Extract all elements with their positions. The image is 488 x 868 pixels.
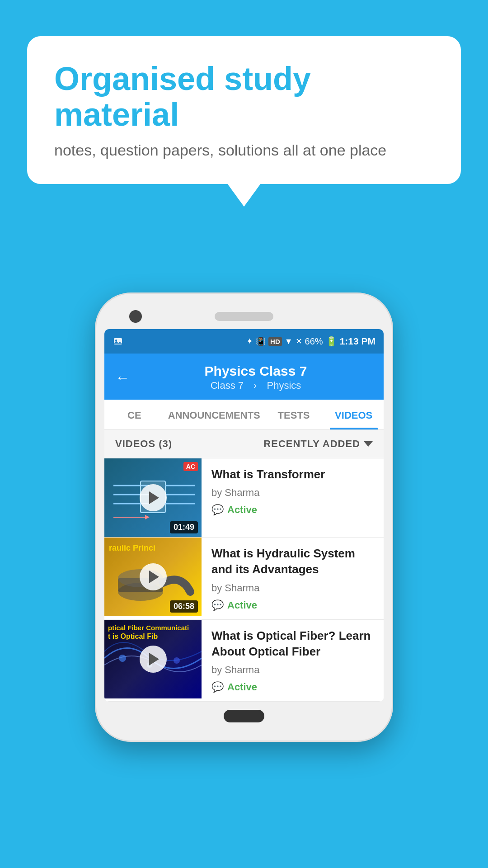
ac-badge: AC — [183, 462, 198, 471]
video-item-2[interactable]: raulic Princi 06:58 — [104, 538, 384, 619]
video-thumbnail-1: AC — [104, 458, 202, 537]
app-header: ← Physics Class 7 Class 7 › Physics — [104, 354, 384, 400]
chat-icon-1: 💬 — [211, 504, 224, 516]
sort-dropdown[interactable]: RECENTLY ADDED — [263, 438, 373, 450]
phone-home-button-area — [104, 702, 384, 727]
svg-point-17 — [174, 657, 180, 664]
active-label-2: Active — [227, 599, 257, 611]
photo-icon — [113, 336, 123, 347]
video-item-3[interactable]: ptical Fiber Communicati t is Optical Fi… — [104, 620, 384, 702]
video-author-3: by Sharma — [211, 664, 375, 676]
svg-point-15 — [119, 655, 126, 662]
play-button-2[interactable] — [140, 563, 167, 590]
subtitle-separator: › — [253, 380, 257, 391]
speech-bubble-heading: Organised study material — [54, 61, 434, 132]
battery-level: 66% — [305, 336, 323, 347]
status-bar-right: ✦ 📳 HD ▼ ✕ 66% 🔋 1:13 PM — [246, 336, 375, 347]
phone-home-oval — [224, 710, 264, 722]
video-thumbnail-3: ptical Fiber Communicati t is Optical Fi… — [104, 620, 202, 698]
tab-ce[interactable]: CE — [104, 400, 164, 429]
video-thumbnail-2: raulic Princi 06:58 — [104, 538, 202, 616]
video-item-1[interactable]: AC — [104, 458, 384, 538]
filter-bar: VIDEOS (3) RECENTLY ADDED — [104, 430, 384, 458]
phone-speaker — [215, 312, 273, 321]
video-info-3: What is Optical Fiber? Learn About Optic… — [202, 620, 384, 701]
video-title-1: What is Transformer — [211, 467, 375, 482]
battery-icon: 🔋 — [326, 336, 337, 347]
video-duration-1: 01:49 — [170, 521, 198, 533]
hd-badge: HD — [268, 337, 282, 346]
videos-count-label: VIDEOS (3) — [115, 438, 172, 450]
phone-mockup: ✦ 📳 HD ▼ ✕ 66% 🔋 1:13 PM ← Physics Class… — [95, 292, 393, 741]
video-title-2: What is Hydraulic System and its Advanta… — [211, 546, 375, 577]
tab-announcements[interactable]: ANNOUNCEMENTS — [164, 400, 264, 429]
sort-label: RECENTLY ADDED — [263, 438, 360, 450]
svg-marker-11 — [145, 515, 150, 519]
thumb-text-2: raulic Princi — [109, 543, 155, 553]
tabs-bar: CE ANNOUNCEMENTS TESTS VIDEOS — [104, 400, 384, 430]
play-button-3[interactable] — [140, 646, 167, 673]
tab-videos[interactable]: VIDEOS — [324, 400, 384, 429]
video-info-2: What is Hydraulic System and its Advanta… — [202, 538, 384, 619]
signal-icon: ✕ — [296, 336, 302, 346]
subtitle-class: Class 7 — [211, 380, 244, 391]
video-author-1: by Sharma — [211, 487, 375, 499]
clock: 1:13 PM — [340, 336, 375, 347]
speech-bubble-subtext: notes, question papers, solutions all at… — [54, 142, 434, 159]
speech-bubble: Organised study material notes, question… — [27, 36, 461, 184]
bluetooth-icon: ✦ — [246, 336, 253, 346]
active-label-1: Active — [227, 504, 257, 516]
video-status-3: 💬 Active — [211, 681, 375, 693]
play-icon-2 — [149, 571, 159, 583]
play-button-1[interactable] — [140, 484, 167, 511]
video-author-2: by Sharma — [211, 582, 375, 594]
active-label-3: Active — [227, 681, 257, 693]
app-title: Physics Class 7 — [139, 363, 373, 379]
phone-wrapper: ✦ 📳 HD ▼ ✕ 66% 🔋 1:13 PM ← Physics Class… — [0, 292, 488, 741]
vibrate-icon: 📳 — [256, 336, 266, 346]
back-button[interactable]: ← — [115, 369, 130, 386]
video-title-3: What is Optical Fiber? Learn About Optic… — [211, 628, 375, 660]
play-icon-1 — [149, 491, 159, 504]
phone-camera — [129, 310, 142, 323]
chat-icon-2: 💬 — [211, 599, 224, 611]
tab-tests[interactable]: TESTS — [264, 400, 324, 429]
subtitle-subject: Physics — [267, 380, 301, 391]
video-info-1: What is Transformer by Sharma 💬 Active — [202, 458, 384, 524]
video-status-2: 💬 Active — [211, 599, 375, 611]
top-section: Organised study material notes, question… — [0, 0, 488, 238]
status-bar: ✦ 📳 HD ▼ ✕ 66% 🔋 1:13 PM — [104, 329, 384, 354]
header-title-block: Physics Class 7 Class 7 › Physics — [139, 363, 373, 392]
play-icon-3 — [149, 653, 159, 665]
video-status-1: 💬 Active — [211, 504, 375, 516]
chat-icon-3: 💬 — [211, 681, 224, 693]
wifi-icon: ▼ — [285, 337, 293, 346]
video-duration-2: 06:58 — [170, 600, 198, 613]
thumb-text-3: ptical Fiber Communicati t is Optical Fi… — [108, 623, 189, 642]
status-bar-left — [113, 336, 123, 347]
phone-top-bar — [104, 307, 384, 329]
phone-screen: ✦ 📳 HD ▼ ✕ 66% 🔋 1:13 PM ← Physics Class… — [104, 329, 384, 701]
chevron-down-icon — [364, 441, 373, 447]
app-subtitle: Class 7 › Physics — [139, 380, 373, 392]
